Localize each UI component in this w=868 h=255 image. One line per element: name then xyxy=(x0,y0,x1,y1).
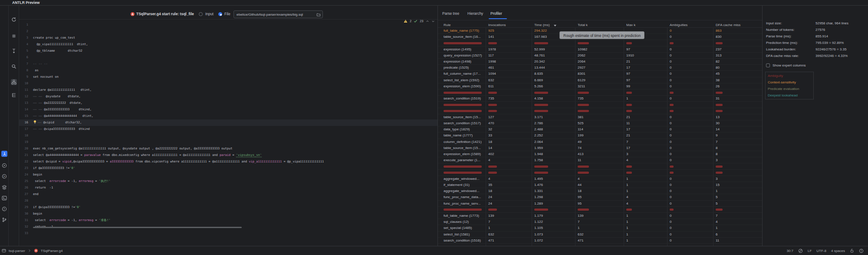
code-line[interactable]: as xyxy=(33,67,437,74)
table-row[interactable]: if_statement (31)351.476441015 xyxy=(438,182,762,188)
tree-view-button[interactable] xyxy=(11,92,17,98)
column-header-total-k[interactable]: Total k xyxy=(578,23,588,27)
sort-chevron-icon[interactable] xyxy=(554,25,556,26)
table-row[interactable]: search_condition (1516)4711.0724711011 xyxy=(438,238,762,244)
services-stripe-button[interactable] xyxy=(1,184,7,190)
code-line[interactable]: declare @a1111111111111 dtint, xyxy=(33,87,437,93)
indent-setting[interactable]: 4 spaces xyxy=(831,249,845,253)
table-row[interactable]: sql_clauses (12)71.1227104 xyxy=(438,219,762,225)
table-row[interactable]: execute_parameter (1...41.75811403 xyxy=(438,157,762,163)
table-row[interactable]: search_condition (1519)7354.1587351031 xyxy=(438,96,762,102)
input-radio-label[interactable]: Input xyxy=(205,12,214,16)
horizontal-scrollbar[interactable] xyxy=(33,227,242,228)
table-row[interactable]: full_column_name (17...10948.63583019704… xyxy=(438,71,762,77)
code-line[interactable]: return -1 xyxy=(33,185,437,191)
profiler-table[interactable]: full_table_name (1775)925294.3220863tabl… xyxy=(438,28,762,246)
table-row[interactable] xyxy=(438,170,762,176)
code-line[interactable]: create proc up_com_test xyxy=(33,35,437,41)
terminal-stripe-button[interactable] xyxy=(1,195,7,201)
file-radio-label[interactable]: File xyxy=(224,12,230,16)
input-radio[interactable] xyxy=(199,12,203,16)
code-line[interactable]: end xyxy=(33,191,437,198)
problems-stripe-button[interactable] xyxy=(1,206,7,212)
table-row[interactable] xyxy=(438,207,762,213)
table-row[interactable]: select_list_elem (1592)6326.669612997038 xyxy=(438,77,762,83)
tab-profiler[interactable]: Profiler xyxy=(490,11,502,16)
breadcrumb-project[interactable]: tsql-parser xyxy=(9,249,25,253)
highlighting-off-icon[interactable] xyxy=(798,248,803,253)
encoding[interactable]: UTF-8 xyxy=(816,249,826,253)
table-row[interactable] xyxy=(438,102,762,108)
code-line[interactable] xyxy=(33,28,437,35)
stop-button[interactable] xyxy=(11,33,17,39)
code-line[interactable] xyxy=(33,54,437,61)
table-row[interactable]: predicate (1525)46113.444292717080 xyxy=(438,65,762,71)
code-line[interactable] xyxy=(33,198,437,204)
status-breadcrumb[interactable]: tsql-parser A TSqlParser.g4 xyxy=(2,246,63,255)
code-line[interactable]: set nocount on xyxy=(33,74,437,80)
column-header-max-k[interactable]: Max k xyxy=(626,23,635,27)
flat-view-button[interactable] xyxy=(11,79,17,85)
code-line[interactable]: exec nb_com_getsysconfig @a1111111111111… xyxy=(33,146,437,152)
column-header-time[interactable]: Time (ms) xyxy=(534,23,550,27)
code-line[interactable]: @p_tblname dtchar32 xyxy=(33,48,437,54)
table-row[interactable]: expression_elem (1590)6115.266321199026 xyxy=(438,83,762,89)
editor-gutter[interactable]: 1234567891011121314151617181920212223242… xyxy=(19,22,31,237)
code-line[interactable]: begin xyxy=(33,211,437,217)
code-line[interactable]: if @a333333333333 !='0' xyxy=(33,165,437,172)
file-path-field[interactable]: ebelice/Github/tsql-parser/examples/big.… xyxy=(233,10,323,18)
table-row[interactable]: table_source_item (15...1273.17138121013 xyxy=(438,114,762,120)
code-editor[interactable]: 1234567891011121314151617181920212223242… xyxy=(19,20,437,246)
table-row[interactable]: aggregate_windowed...181.33118101 xyxy=(438,188,762,194)
folder-icon[interactable] xyxy=(316,13,321,17)
code-line[interactable] xyxy=(33,22,437,28)
table-row[interactable]: data_type (1829)322.48811417014 xyxy=(438,126,762,132)
table-row[interactable] xyxy=(438,163,762,169)
column-header-dfa-cache-miss[interactable]: DFA cache miss xyxy=(716,23,740,27)
file-radio[interactable] xyxy=(218,12,222,16)
table-row[interactable]: func_proc_name_serv...241.28995405 xyxy=(438,201,762,207)
run-stripe-button[interactable] xyxy=(1,162,7,169)
code-line[interactable] xyxy=(33,139,437,146)
expert-columns-label[interactable]: Show expert columns xyxy=(773,63,806,67)
code-line[interactable]: select errorcode = -1, errormsg = '执行!' xyxy=(33,178,437,185)
code-line[interactable]: select @vipid = vipid,@vipa333333333333 … xyxy=(33,159,437,165)
antlr-preview-stripe-button[interactable] xyxy=(1,151,7,157)
code-line[interactable]: select @a4444444444444444 = paravalue fr… xyxy=(33,152,437,159)
refresh-button[interactable] xyxy=(11,17,17,23)
code-line[interactable]: select errorcode = -1, errormsg = '准备!' xyxy=(33,217,437,224)
expert-columns-row[interactable]: Show expert columns xyxy=(766,63,806,67)
tab-hierarchy[interactable]: Hierarchy xyxy=(467,11,483,16)
table-row[interactable]: column_definition (1421)182.06449707 xyxy=(438,139,762,145)
antlr-tool-stripe-button[interactable]: A xyxy=(1,173,7,179)
git-stripe-button[interactable] xyxy=(1,217,7,223)
column-header-rule[interactable]: Rule xyxy=(444,23,450,27)
code-line[interactable] xyxy=(33,80,437,87)
table-row[interactable]: table_source_item (15...141.959741708 xyxy=(438,145,762,151)
project-window-icon[interactable] xyxy=(2,248,6,253)
expert-columns-checkbox[interactable] xyxy=(766,63,770,67)
table-row[interactable]: full_table_name (1773)1391.179139107 xyxy=(438,213,762,219)
code-line[interactable]: —— —— @a2222222222 dtdate, xyxy=(33,100,437,106)
scroll-to-source-button[interactable] xyxy=(11,48,17,54)
lock-open-icon[interactable] xyxy=(850,248,854,253)
table-row[interactable]: select_list (1581)6321.073632106 xyxy=(438,232,762,238)
table-row[interactable]: func_proc_name_data...241.29895405 xyxy=(438,194,762,200)
breadcrumb-file[interactable]: TSqlParser.g4 xyxy=(41,249,63,253)
column-header-ambiguities[interactable]: Ambiguities xyxy=(670,23,687,27)
table-row[interactable]: expression (1495)197852.99910982970237 xyxy=(438,46,762,53)
table-row[interactable]: search_condition (1517)4702.78652511030 xyxy=(438,120,762,126)
table-row[interactable]: query_expression (1527)11748.76120621910… xyxy=(438,53,762,59)
table-row[interactable]: aggregate_windowed...41.4954103 xyxy=(438,176,762,182)
table-row[interactable]: expression (1498)199820.342206421082 xyxy=(438,59,762,65)
notifications-icon[interactable] xyxy=(859,248,864,253)
code-line[interactable]: -- -- -- xyxy=(33,61,437,67)
table-row[interactable] xyxy=(438,89,762,96)
column-header-invocations[interactable]: Invocations xyxy=(488,23,506,27)
search-button[interactable] xyxy=(11,63,17,70)
intention-bulb-icon[interactable] xyxy=(33,120,38,124)
code-line[interactable] xyxy=(33,230,437,237)
table-row[interactable]: expression_elem (1589)4021.948413308 xyxy=(438,151,762,157)
code-line[interactable]: if @vipa333333333333 !='0' xyxy=(33,204,437,211)
line-ending[interactable]: LF xyxy=(808,249,812,253)
